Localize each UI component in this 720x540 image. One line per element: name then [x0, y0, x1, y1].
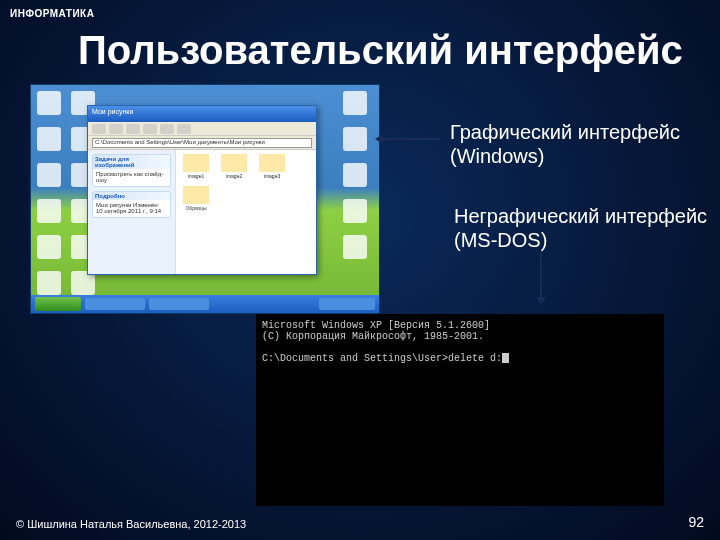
sidebar-panel-body: Мои рисунки Изменён: 10 октября 2011 г.,…: [96, 202, 161, 214]
desktop-icon: [37, 271, 61, 295]
folders-button[interactable]: [160, 124, 174, 134]
sidebar-panel: Задачи для изображений Просмотреть как с…: [92, 154, 171, 187]
file-item[interactable]: image3: [256, 154, 288, 180]
forward-button[interactable]: [109, 124, 123, 134]
sidebar-panel-body: Просмотреть как слайд-шоу: [96, 171, 163, 183]
gui-name: Графический интерфейс: [450, 121, 680, 143]
arrow-left-icon: [378, 138, 440, 140]
back-button[interactable]: [92, 124, 106, 134]
file-item[interactable]: Образцы: [180, 186, 212, 212]
footer-page-number: 92: [688, 514, 704, 530]
footer-copyright: © Шишлина Наталья Васильевна, 2012-2013: [16, 518, 246, 530]
explorer-toolbar: [88, 122, 316, 136]
up-button[interactable]: [126, 124, 140, 134]
file-item[interactable]: image2: [218, 154, 250, 180]
window-title: Мои рисунки: [88, 106, 316, 122]
search-button[interactable]: [143, 124, 157, 134]
start-button[interactable]: [35, 297, 81, 311]
desktop-icon: [37, 163, 61, 187]
views-button[interactable]: [177, 124, 191, 134]
system-tray: [319, 298, 375, 310]
explorer-body: Задачи для изображений Просмотреть как с…: [88, 150, 316, 274]
desktop-icon: [37, 127, 61, 151]
address-bar: C:\Documents and Settings\User\Мои докум…: [88, 136, 316, 150]
desktop-icon: [343, 91, 367, 115]
desktop-icon: [343, 199, 367, 223]
cli-os: (MS-DOS): [454, 229, 547, 251]
taskbar-item[interactable]: [85, 298, 145, 310]
subject-label: ИНФОРМАТИКА: [10, 8, 94, 19]
taskbar-item[interactable]: [149, 298, 209, 310]
address-field[interactable]: C:\Documents and Settings\User\Мои докум…: [92, 138, 312, 148]
dos-line: Microsoft Windows XP [Версия 5.1.2600]: [262, 320, 490, 331]
sidebar-panel-header: Задачи для изображений: [93, 155, 170, 169]
desktop-icons-right: [343, 91, 373, 263]
desktop-icon: [37, 199, 61, 223]
explorer-window: Мои рисунки C:\Documents and Settings\Us…: [87, 105, 317, 275]
dos-line: C:\Documents and Settings\User>delete d:: [262, 353, 502, 364]
desktop-icon: [343, 235, 367, 259]
slide: ИНФОРМАТИКА Пользовательский интерфейс М: [0, 0, 720, 540]
cli-name: Неграфический интерфейс: [454, 205, 707, 227]
desktop-icon: [343, 127, 367, 151]
desktop-icon: [343, 163, 367, 187]
page-title: Пользовательский интерфейс: [78, 28, 683, 73]
arrow-down-icon: [540, 252, 542, 302]
taskbar: [31, 295, 379, 313]
dos-line: (С) Корпорация Майкрософт, 1985-2001.: [262, 331, 484, 342]
file-item[interactable]: image1: [180, 154, 212, 180]
gui-label: Графический интерфейс (Windows): [450, 120, 680, 168]
cli-screenshot: Microsoft Windows XP [Версия 5.1.2600] (…: [256, 314, 664, 506]
explorer-content: image1 image2 image3 Образцы: [176, 150, 316, 274]
cursor-icon: [502, 353, 509, 363]
sidebar-panel: Подробно Мои рисунки Изменён: 10 октября…: [92, 191, 171, 218]
gui-os: (Windows): [450, 145, 544, 167]
explorer-sidebar: Задачи для изображений Просмотреть как с…: [88, 150, 176, 274]
sidebar-panel-header: Подробно: [93, 192, 170, 200]
desktop-icon: [37, 91, 61, 115]
desktop-icon: [37, 235, 61, 259]
gui-screenshot: Мои рисунки C:\Documents and Settings\Us…: [30, 84, 380, 314]
cli-label: Неграфический интерфейс (MS-DOS): [454, 204, 707, 252]
